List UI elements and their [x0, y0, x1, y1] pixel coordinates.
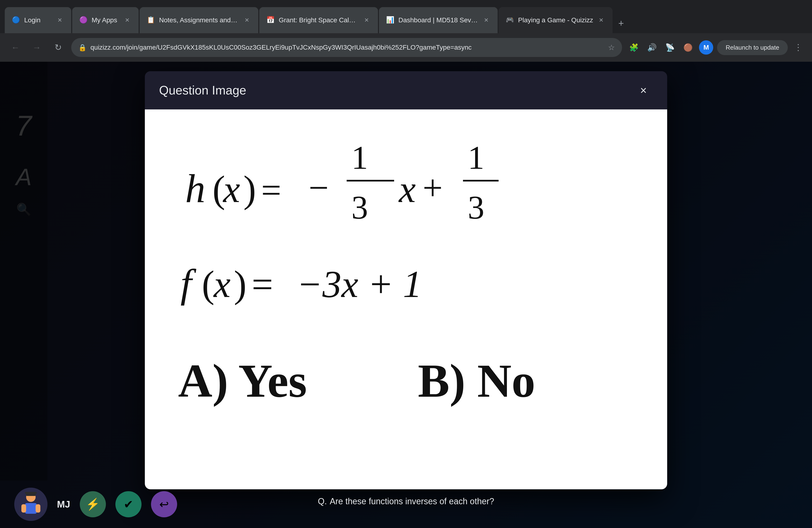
bottom-bar: MJ ⚡ ✔ ↩ — [0, 481, 812, 528]
svg-text:B) No: B) No — [418, 354, 535, 407]
power2-icon: ✔ — [124, 498, 133, 511]
relaunch-button[interactable]: Relaunch to update — [717, 40, 788, 55]
screen-cast-icon[interactable]: 📡 — [663, 40, 677, 55]
tab-close-login[interactable]: ✕ — [56, 16, 64, 25]
tab-favicon-notes: 📋 — [147, 16, 155, 25]
tab-close-notes[interactable]: ✕ — [243, 16, 251, 25]
modal-close-button[interactable]: × — [634, 81, 653, 100]
svg-rect-25 — [25, 503, 37, 514]
svg-rect-27 — [35, 504, 40, 513]
tab-label-notes: Notes, Assignments and Due — [159, 16, 239, 24]
power-up-streak[interactable]: ⚡ — [80, 491, 106, 517]
address-input-wrap[interactable]: 🔒 quizizz.com/join/game/U2FsdGVkX185sKL0… — [71, 38, 622, 57]
svg-text:3: 3 — [468, 189, 484, 226]
tab-favicon-dashboard: 📊 — [386, 16, 395, 25]
tab-bar: 🔵 Login ✕ 🟣 My Apps ✕ 📋 Notes, Assignmen… — [0, 0, 812, 33]
power-up-2[interactable]: ✔ — [115, 491, 142, 517]
svg-rect-26 — [21, 504, 26, 513]
svg-text:x: x — [223, 168, 240, 210]
svg-text:1: 1 — [351, 139, 368, 176]
tab-label-calendar: Grant: Bright Space Calenda... — [279, 16, 359, 24]
new-tab-button[interactable]: + — [613, 16, 629, 31]
profile-avatar[interactable]: M — [699, 40, 713, 55]
tab-label-dashboard: Dashboard | MD518 Severn R — [398, 16, 478, 24]
toolbar-icons: 🧩 🔊 📡 🟤 M Relaunch to update ⋮ — [627, 40, 805, 55]
browser-chrome: 🔵 Login ✕ 🟣 My Apps ✕ 📋 Notes, Assignmen… — [0, 0, 812, 62]
question-image-modal: Question Image × h ( x ) = − 1 — [145, 71, 667, 489]
power3-icon: ↩ — [159, 498, 169, 511]
tab-label-quizizz: Playing a Game - Quizizz — [518, 16, 593, 24]
bookmark-icon[interactable]: ☆ — [608, 43, 615, 52]
extensions-icon[interactable]: 🧩 — [627, 40, 641, 55]
tab-close-myapps[interactable]: ✕ — [123, 16, 132, 25]
sound-icon[interactable]: 🔊 — [645, 40, 659, 55]
tab-myapps[interactable]: 🟣 My Apps ✕ — [72, 7, 139, 33]
tab-notes[interactable]: 📋 Notes, Assignments and Due ✕ — [140, 7, 258, 33]
tab-label-login: Login — [24, 16, 52, 24]
svg-text:x: x — [213, 263, 231, 305]
tab-login[interactable]: 🔵 Login ✕ — [5, 7, 71, 33]
modal-overlay: Question Image × h ( x ) = − 1 — [0, 62, 812, 528]
more-menu-button[interactable]: ⋮ — [792, 43, 805, 53]
refresh-button[interactable]: ↻ — [50, 39, 67, 56]
player-name: MJ — [57, 499, 70, 510]
modal-body: h ( x ) = − 1 3 x + — [145, 109, 667, 489]
tab-quizizz[interactable]: 🎮 Playing a Game - Quizizz ✕ — [498, 7, 612, 33]
lock-icon: 🔒 — [78, 44, 87, 52]
address-bar: ← → ↻ 🔒 quizizz.com/join/game/U2FsdGVkX1… — [0, 33, 812, 62]
profile-icon: 🟤 — [683, 43, 693, 52]
tab-favicon-quizizz: 🎮 — [506, 16, 514, 25]
svg-text:=: = — [252, 263, 273, 305]
svg-text:(: ( — [202, 263, 214, 305]
modal-title: Question Image — [159, 83, 246, 97]
back-button[interactable]: ← — [7, 39, 24, 56]
avatar-sprite — [17, 490, 45, 518]
tab-favicon-login: 🔵 — [12, 16, 20, 25]
tab-close-dashboard[interactable]: ✕ — [482, 16, 491, 25]
forward-button[interactable]: → — [29, 39, 45, 56]
svg-text:+: + — [423, 168, 443, 207]
url-display: quizizz.com/join/game/U2FsdGVkX185sKL0Us… — [90, 44, 604, 51]
svg-rect-29 — [25, 492, 37, 494]
svg-text:): ) — [234, 263, 246, 305]
player-avatar — [14, 488, 47, 521]
math-equations-svg: h ( x ) = − 1 3 x + — [157, 112, 655, 487]
tab-dashboard[interactable]: 📊 Dashboard | MD518 Severn R ✕ — [379, 7, 498, 33]
tab-label-myapps: My Apps — [92, 16, 119, 24]
menu-button[interactable]: 🟤 — [681, 40, 695, 55]
svg-text:=: = — [261, 170, 281, 210]
svg-text:1: 1 — [468, 139, 484, 176]
svg-text:x: x — [398, 168, 416, 210]
streak-icon: ⚡ — [86, 498, 100, 511]
svg-text:−3x + 1: −3x + 1 — [297, 263, 422, 305]
svg-text:A) Yes: A) Yes — [178, 354, 307, 407]
svg-text:): ) — [243, 168, 256, 210]
tab-close-quizizz[interactable]: ✕ — [597, 16, 606, 25]
tab-favicon-calendar: 📅 — [266, 16, 275, 25]
tab-calendar[interactable]: 📅 Grant: Bright Space Calenda... ✕ — [259, 7, 378, 33]
power-up-3[interactable]: ↩ — [151, 491, 177, 517]
tab-favicon-myapps: 🟣 — [79, 16, 88, 25]
modal-header: Question Image × — [145, 71, 667, 109]
svg-text:−: − — [309, 168, 329, 207]
svg-text:3: 3 — [351, 189, 368, 226]
tab-close-calendar[interactable]: ✕ — [362, 16, 371, 25]
svg-text:h: h — [185, 166, 205, 211]
